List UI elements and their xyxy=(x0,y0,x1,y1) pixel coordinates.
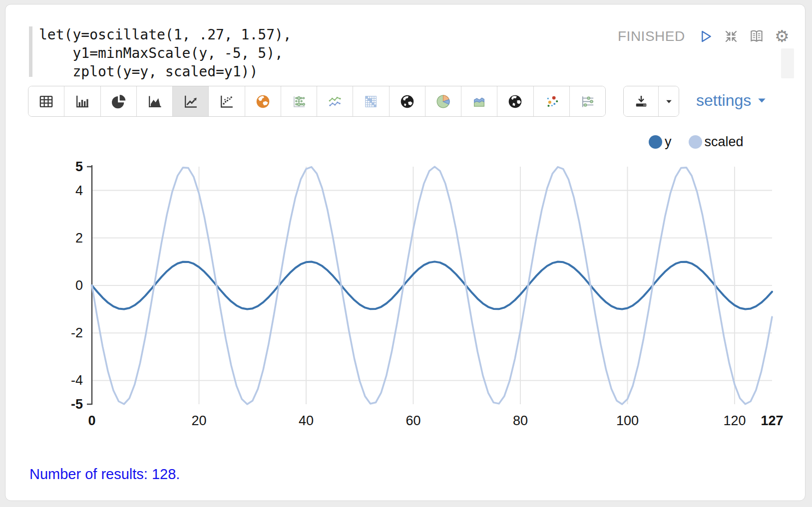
collapse-button[interactable] xyxy=(722,27,740,45)
bubble-scatter-icon xyxy=(543,93,560,110)
bar-chart-icon xyxy=(74,93,90,110)
y-tick-label: 4 xyxy=(75,183,83,198)
punch-card-icon xyxy=(291,93,307,110)
code-line: let(y=oscillate(1, .27, 1.57), xyxy=(39,25,292,44)
chart-type-scatter[interactable] xyxy=(208,86,244,116)
download-icon xyxy=(634,94,649,109)
chart-type-map-orange[interactable] xyxy=(245,86,281,116)
y-tick-label: -4 xyxy=(71,373,83,388)
stacked-area-icon xyxy=(471,93,487,110)
y-tick-label: -5 xyxy=(71,397,83,412)
table-icon xyxy=(38,93,54,110)
x-tick-label: 80 xyxy=(513,413,528,428)
code-line: zplot(y=y, scaled=y1)) xyxy=(39,62,292,81)
chart-type-multiline[interactable] xyxy=(317,86,353,116)
chart-type-line[interactable] xyxy=(172,86,208,116)
x-tick-label: 0 xyxy=(88,413,95,428)
chart-type-map-dark-alt[interactable] xyxy=(497,86,533,116)
download-options-button[interactable] xyxy=(658,86,679,116)
chart-type-punchcard[interactable] xyxy=(281,86,317,116)
settings-gear-button[interactable]: ⚙ xyxy=(773,27,791,45)
chart-type-stacked-area[interactable] xyxy=(461,86,497,116)
editor-controls: FINISHED ⚙ xyxy=(618,26,791,46)
run-button[interactable] xyxy=(697,27,715,45)
pie-chart-icon xyxy=(110,93,127,110)
collapse-icon xyxy=(723,28,739,44)
y-tick-label: 5 xyxy=(75,159,83,174)
export-group xyxy=(623,86,679,117)
line-chart-icon xyxy=(182,93,199,110)
code-editor[interactable]: let(y=oscillate(1, .27, 1.57), y1=minMax… xyxy=(39,25,292,81)
results-count: Number of results: 128. xyxy=(29,466,180,483)
gear-icon: ⚙ xyxy=(775,27,790,45)
docs-button[interactable] xyxy=(748,27,766,45)
dot-plot-icon xyxy=(579,93,596,110)
query-card: let(y=oscillate(1, .27, 1.57), y1=minMax… xyxy=(5,4,806,501)
chart-type-heatmap[interactable] xyxy=(353,86,389,116)
globe-dark-icon xyxy=(399,93,415,110)
grid-lines xyxy=(92,167,772,404)
status-badge: FINISHED xyxy=(618,28,685,44)
chart-type-toolbar xyxy=(28,86,606,117)
editor-gutter xyxy=(29,26,32,77)
chart-type-area[interactable] xyxy=(136,86,172,116)
download-button[interactable] xyxy=(624,86,658,116)
chart-type-table[interactable] xyxy=(28,86,64,116)
x-tick-label: 100 xyxy=(616,413,639,428)
scatter-plot-icon xyxy=(218,93,235,110)
tick-labels: 5420-2-4-5020406080100120127 xyxy=(71,159,784,428)
y-tick-label: 2 xyxy=(75,231,83,246)
area-chart-icon xyxy=(146,93,163,110)
x-tick-label: 60 xyxy=(406,413,420,428)
globe-dark-alt-icon xyxy=(507,93,523,110)
chart-type-pie[interactable] xyxy=(100,86,136,116)
editor-scrollbar[interactable] xyxy=(781,48,794,78)
multi-line-chart-icon xyxy=(327,93,343,110)
code-line: y1=minMaxScale(y, -5, 5), xyxy=(39,44,292,62)
globe-orange-icon xyxy=(255,93,271,110)
settings-caret-icon xyxy=(757,95,767,106)
caret-down-icon xyxy=(665,97,673,106)
x-tick-label: 20 xyxy=(191,413,206,428)
x-tick-label: 120 xyxy=(723,413,746,428)
pie-chart-colored-icon xyxy=(435,93,451,110)
x-tick-label: 127 xyxy=(761,413,783,428)
settings-label: settings xyxy=(696,91,751,110)
x-tick-label: 40 xyxy=(299,413,314,428)
heatmap-icon xyxy=(363,93,379,110)
chart-svg: 5420-2-4-5020406080100120127 xyxy=(50,127,785,441)
run-icon xyxy=(698,28,714,44)
chart-type-bar[interactable] xyxy=(64,86,100,116)
y-tick-label: 0 xyxy=(75,278,83,293)
chart-type-map-dark[interactable] xyxy=(389,86,425,116)
settings-menu[interactable]: settings xyxy=(696,91,767,110)
book-icon xyxy=(748,28,765,45)
chart-type-bubble[interactable] xyxy=(533,86,569,116)
chart-type-pie-colored[interactable] xyxy=(425,86,461,116)
y-tick-label: -2 xyxy=(71,325,83,340)
chart-type-dotplot[interactable] xyxy=(569,86,605,116)
